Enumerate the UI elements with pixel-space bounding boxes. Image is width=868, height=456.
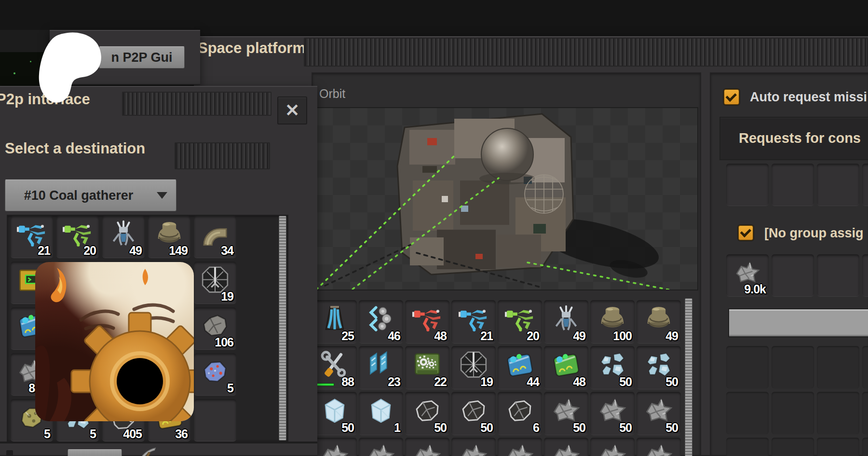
p2p-window-drag-handle[interactable] — [122, 92, 271, 116]
inventory-slot-circuit[interactable]: 21 — [11, 216, 53, 258]
item-count: 36 — [175, 427, 188, 441]
asteroid-icon — [644, 442, 674, 456]
inventory-slot-empty[interactable] — [726, 392, 769, 434]
inventory-slot-circuit[interactable]: 48 — [405, 300, 449, 344]
item-count: 23 — [388, 375, 400, 389]
inventory-slot-asteroid[interactable] — [544, 438, 588, 456]
inventory-slot-pipe[interactable]: 34 — [194, 216, 236, 258]
platform-viewport[interactable] — [314, 107, 698, 290]
inventory-slot-empty[interactable] — [772, 346, 814, 388]
inventory-slot-toolbox[interactable]: 44 — [498, 346, 542, 389]
inventory-slot-chunks[interactable]: 50 — [637, 346, 681, 389]
inventory-slot-engine[interactable]: 49 — [637, 300, 681, 344]
inventory-slot-empty[interactable] — [862, 254, 868, 297]
item-count: 48 — [573, 375, 585, 389]
inventory-slot-ore[interactable]: 5 — [194, 353, 236, 396]
inventory-slot-icecube[interactable]: 50 — [312, 392, 357, 435]
platform-view-image — [315, 108, 698, 290]
inventory-slot-asteroid[interactable] — [590, 438, 635, 456]
inventory-slot-asteroid[interactable] — [498, 438, 542, 456]
inventory-slot-empty[interactable] — [772, 164, 814, 206]
inventory-slot-empty[interactable] — [817, 438, 859, 456]
inventory-slot-engine[interactable]: 100 — [590, 300, 635, 344]
inventory-slot-spider[interactable]: 49 — [102, 216, 145, 258]
item-count: 50 — [434, 421, 447, 435]
inventory-slot-toolbox[interactable]: 48 — [544, 346, 588, 389]
inventory-slot-empty[interactable] — [817, 392, 859, 434]
inventory-slot-asteroid[interactable]: 50 — [637, 392, 681, 435]
inventory-slot-spider[interactable]: 49 — [544, 300, 588, 344]
inventory-slot-asteroid[interactable] — [451, 438, 496, 456]
hub-window-drag-handle[interactable] — [304, 38, 868, 67]
inventory-slot-asteroid[interactable]: 50 — [590, 392, 635, 435]
inventory-slot-icecube[interactable]: 1 — [359, 392, 403, 435]
inventory-slot-web[interactable]: 19 — [194, 262, 236, 304]
close-button[interactable]: ✕ — [277, 97, 307, 124]
inventory-slot-asteroid[interactable] — [312, 438, 357, 456]
inventory-slot-stone[interactable]: 106 — [194, 307, 236, 350]
inventory-slot-empty[interactable] — [772, 254, 814, 297]
destination-dropdown-value: #10 Coal gatherer — [5, 188, 157, 203]
group-checkbox[interactable] — [738, 225, 754, 241]
inventory-slot-empty[interactable] — [862, 438, 868, 456]
open-p2p-gui-button[interactable]: n P2P Gui — [99, 46, 185, 69]
inventory-slot-repair[interactable]: 88 — [312, 346, 357, 389]
inventory-slot-asteroid[interactable]: 9.0k — [726, 254, 769, 297]
inventory-slot-circuit[interactable]: 21 — [451, 300, 496, 344]
auto-request-checkbox[interactable] — [723, 89, 740, 105]
asteroid-icon — [366, 442, 396, 456]
destination-heading: Select a destination — [5, 140, 145, 157]
inventory-slot-empty[interactable] — [726, 346, 769, 388]
item-count: 6 — [533, 421, 539, 435]
asteroid-icon — [459, 442, 488, 456]
location-label: Orbit — [319, 87, 345, 101]
inventory-slot-empty[interactable] — [817, 346, 859, 388]
item-count: 5 — [227, 381, 233, 395]
inventory-slot-asteroid[interactable] — [359, 438, 403, 456]
destination-dropdown[interactable]: #10 Coal gatherer — [5, 180, 176, 211]
inventory-slot-empty[interactable] — [862, 164, 868, 206]
inventory-slot-mech[interactable]: 46 — [359, 300, 403, 344]
inventory-slot-chunks[interactable]: 50 — [590, 346, 635, 389]
inventory-slot-engine[interactable]: 149 — [148, 216, 190, 258]
inventory-slot-web[interactable]: 19 — [451, 346, 496, 389]
item-count: 106 — [215, 335, 233, 349]
inventory-slot-empty[interactable] — [817, 254, 859, 297]
inventory-slot-coal[interactable]: 50 — [451, 392, 496, 435]
item-count: 19 — [221, 290, 233, 304]
inventory-slot-circuit[interactable]: 20 — [56, 216, 99, 258]
inventory-slot-empty[interactable] — [817, 164, 859, 206]
asteroid-icon — [505, 442, 535, 456]
item-count: 50 — [480, 421, 493, 435]
inventory-slot-empty[interactable] — [772, 392, 814, 434]
item-count: 20 — [527, 329, 539, 343]
p2p-inventory-scrollbar[interactable] — [279, 216, 286, 441]
inventory-slot-empty[interactable] — [862, 346, 868, 388]
inventory-slot-empty[interactable] — [726, 438, 769, 456]
inventory-slot-thruster[interactable]: 25 — [312, 300, 357, 344]
bottom-partial-button[interactable] — [68, 449, 122, 456]
hub-inventory-scrollbar[interactable] — [685, 298, 692, 456]
coal-icon — [505, 396, 535, 426]
auto-request-label: Auto request missi — [750, 90, 867, 105]
item-count: 21 — [480, 329, 493, 343]
group-slot-row: 9.0k — [726, 254, 868, 297]
inventory-slot-panels[interactable]: 23 — [359, 346, 403, 389]
inventory-slot-empty[interactable] — [862, 392, 868, 434]
item-count: 88 — [341, 375, 354, 389]
requests-header: Requests for cons — [739, 130, 861, 146]
inventory-slot-empty[interactable] — [772, 438, 814, 456]
inventory-slot-empty[interactable] — [726, 164, 769, 206]
inventory-slot-asteroid[interactable] — [405, 438, 449, 456]
ore-icon — [200, 357, 230, 387]
inventory-slot-asteroid[interactable] — [637, 438, 681, 456]
item-count: 5 — [44, 427, 50, 441]
inventory-slot-coal[interactable]: 50 — [405, 392, 449, 435]
inventory-slot-assembler[interactable]: 22 — [405, 346, 449, 389]
asteroid-icon — [320, 442, 350, 456]
chevron-down-icon — [157, 192, 167, 199]
inventory-slot-coal[interactable]: 6 — [498, 392, 542, 435]
inventory-slot-circuit[interactable]: 20 — [498, 300, 542, 344]
inventory-slot-empty[interactable] — [194, 399, 236, 442]
inventory-slot-asteroid[interactable]: 50 — [544, 392, 588, 435]
